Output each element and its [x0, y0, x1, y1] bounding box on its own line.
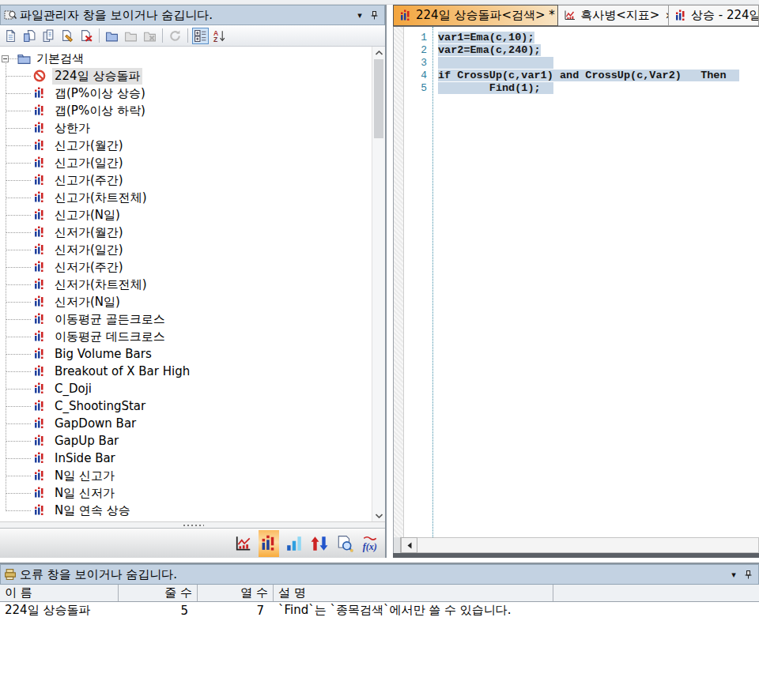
tree-item[interactable]: 신고가(주간)	[0, 171, 372, 189]
code-area[interactable]: var1=Ema(c,10);var2=Ema(c,240); if Cross…	[433, 27, 759, 537]
panel-dropdown-button[interactable]: ▾	[727, 567, 741, 581]
tree-item[interactable]: InSide Bar	[0, 450, 372, 467]
tree-item[interactable]: 신저가(월간)	[0, 224, 372, 241]
column-header-name[interactable]: 이 름	[0, 585, 119, 601]
tree-root-basic-search[interactable]: 기본검색	[0, 50, 372, 67]
tree-item[interactable]: 224일 상승돌파	[0, 67, 372, 85]
column-header-line[interactable]: 줄 수	[119, 585, 198, 601]
function-fx-icon[interactable]: f(x)	[360, 530, 380, 557]
formula-tree: 기본검색 224일 상승돌파	[0, 47, 385, 521]
code-line[interactable]: if CrossUp(c,var1) and CrossUp(c,Var2) T…	[433, 70, 759, 82]
tree-item[interactable]: 갭(P%이상 상승)	[0, 85, 372, 102]
tree-item-label: 신고가(주간)	[52, 172, 126, 189]
tree-item[interactable]: 이동평균 골든크로스	[0, 310, 372, 328]
tree-item-label: GapUp Bar	[52, 433, 121, 449]
tree-item[interactable]: 신고가(N일)	[0, 206, 372, 224]
file-manager-title: 파일관리자 창을 보이거나 숨깁니다.	[20, 8, 353, 23]
search-formula-icon	[33, 87, 47, 100]
scroll-up-icon[interactable]	[372, 47, 385, 58]
tree-item-label: 신저가(월간)	[52, 224, 126, 241]
tree-item[interactable]: 신저가(차트전체)	[0, 276, 372, 293]
tree-scrollbar[interactable]	[372, 47, 385, 521]
tree-item[interactable]: 신고가(월간)	[0, 137, 372, 154]
tree-view-toggle-icon[interactable]	[192, 28, 209, 44]
panel-splitter[interactable]	[0, 521, 385, 528]
tree-item[interactable]: C_ShootingStar	[0, 397, 372, 415]
tree-item[interactable]: N일 신저가	[0, 484, 372, 502]
updown-rank-icon[interactable]	[309, 530, 330, 557]
tree-item[interactable]: GapDown Bar	[0, 415, 372, 432]
tab-search-formula[interactable]: 224일 상승돌파<검색> * ✕	[393, 5, 558, 26]
column-header-desc[interactable]: 설 명	[274, 585, 553, 601]
editor-hscrollbar[interactable]	[393, 537, 759, 553]
search-formula-icon[interactable]	[259, 530, 279, 557]
search-formula-icon	[399, 9, 412, 21]
tree-item[interactable]: 이동평균 데드크로스	[0, 328, 372, 345]
tree-item[interactable]: C_Doji	[0, 380, 372, 397]
tree-item-label: N일 신저가	[52, 485, 117, 502]
closed-folder-icon[interactable]	[123, 28, 139, 44]
search-formula-icon	[33, 226, 47, 239]
system-trading-icon[interactable]	[284, 530, 304, 557]
line-number: 5	[404, 82, 432, 95]
column-header-col[interactable]: 열 수	[198, 585, 274, 601]
tree-item[interactable]: 갭(P%이상 하락)	[0, 102, 372, 119]
panel-pin-button[interactable]	[741, 567, 755, 581]
search-formula-icon	[33, 104, 47, 117]
category-toolbar: f(x)	[0, 528, 385, 558]
refresh-icon[interactable]	[167, 28, 183, 44]
tree-item[interactable]: GapUp Bar	[0, 432, 372, 450]
hscroll-splitter[interactable]	[394, 537, 401, 553]
tab-label: 흑사병<지표>	[580, 8, 659, 23]
new-folder-icon[interactable]	[104, 28, 120, 44]
error-row[interactable]: 224일 상승돌파 5 7 `Find`는 `종목검색`에서만 쓸 수 있습니다…	[0, 602, 759, 619]
search-formula-icon	[33, 504, 47, 517]
tree-item[interactable]: N일 연속 상승	[0, 502, 372, 519]
tree-item[interactable]: 상한가	[0, 119, 372, 137]
tree-item-label: N일 연속 상승	[52, 502, 133, 519]
tree-item-label: 224일 상승돌파	[52, 68, 142, 85]
rename-file-icon[interactable]	[59, 28, 76, 44]
panel-pin-button[interactable]	[367, 8, 381, 22]
error-panel-title: 오류 창을 보이거나 숨깁니다.	[20, 567, 727, 582]
tree-item[interactable]: 신고가(일간)	[0, 154, 372, 171]
search-formula-icon	[33, 209, 47, 221]
tree-item-label: N일 신고가	[52, 468, 117, 484]
scrollbar-thumb[interactable]	[374, 59, 383, 138]
tab-indicator[interactable]: 흑사병<지표> ✕	[558, 5, 669, 26]
code-line[interactable]: var2=Ema(c,240);	[433, 44, 759, 57]
new-file-icon[interactable]	[2, 28, 19, 44]
preview-search-icon[interactable]	[334, 530, 355, 557]
tree-item[interactable]: Breakout of X Bar High	[0, 363, 372, 380]
tree-item-label: 신고가(차트전체)	[52, 190, 149, 206]
tree-item[interactable]: 신저가(일간)	[0, 241, 372, 258]
tree-item[interactable]: Big Volume Bars	[0, 345, 372, 363]
delete-folder-icon[interactable]	[142, 28, 158, 44]
code-line[interactable]: var1=Ema(c,10);	[433, 32, 759, 44]
search-formula-icon	[33, 191, 47, 204]
open-file-icon[interactable]	[21, 28, 38, 44]
tree-item[interactable]: 신고가(차트전체)	[0, 189, 372, 206]
tab-system[interactable]: 상승 - 224일	[669, 5, 759, 26]
error-col: 7	[198, 602, 274, 619]
svg-text:Z: Z	[213, 36, 217, 43]
code-editor[interactable]: 12345 var1=Ema(c,10);var2=Ema(c,240); if…	[393, 27, 759, 537]
indicator-chart-icon[interactable]	[233, 530, 254, 557]
scroll-left-icon[interactable]	[401, 537, 417, 553]
search-formula-icon	[33, 243, 47, 256]
panel-dropdown-button[interactable]: ▾	[353, 8, 367, 22]
tree-item[interactable]: 신저가(주간)	[0, 258, 372, 276]
tree-item[interactable]: N일 신고가	[0, 467, 372, 484]
tree-item[interactable]: 신저가(N일)	[0, 293, 372, 310]
scroll-down-icon[interactable]	[372, 510, 385, 521]
sort-az-icon[interactable]: AZ	[211, 28, 228, 44]
code-line[interactable]	[433, 57, 759, 70]
tree-item-label: 신저가(주간)	[52, 259, 126, 276]
code-line[interactable]: Find(1);	[433, 82, 759, 95]
copy-file-icon[interactable]	[40, 28, 57, 44]
hscroll-track[interactable]	[417, 537, 759, 553]
search-formula-icon	[33, 156, 47, 169]
tab-label: 상승 - 224일	[691, 8, 759, 23]
search-formula-icon	[33, 400, 47, 412]
delete-file-icon[interactable]	[78, 28, 95, 44]
